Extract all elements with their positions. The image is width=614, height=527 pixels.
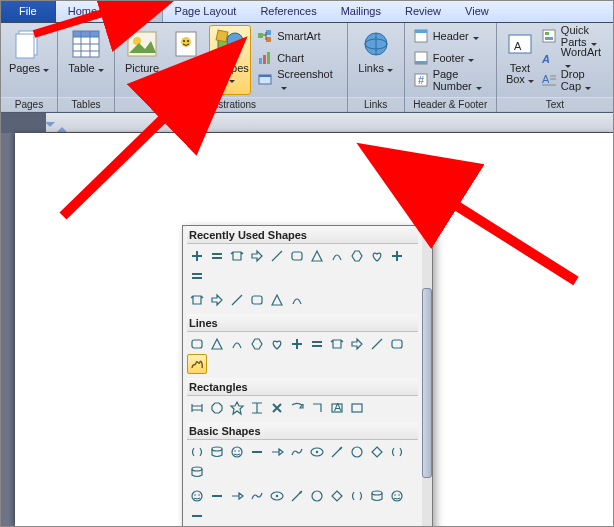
shape-item[interactable] (227, 246, 247, 266)
shape-item[interactable] (267, 442, 287, 462)
shape-item[interactable] (307, 246, 327, 266)
pages-button[interactable]: Pages (7, 25, 51, 95)
shape-item[interactable] (187, 506, 207, 526)
shape-item[interactable] (227, 486, 247, 506)
tab-mailings[interactable]: Mailings (329, 1, 393, 22)
shape-item[interactable] (287, 246, 307, 266)
horizontal-ruler[interactable] (1, 113, 613, 133)
group-tables: Table Tables (58, 23, 115, 112)
tab-references[interactable]: References (248, 1, 328, 22)
shape-item[interactable] (327, 246, 347, 266)
shape-item[interactable] (387, 442, 407, 462)
shape-item[interactable] (207, 246, 227, 266)
shape-item[interactable] (367, 442, 387, 462)
tab-review[interactable]: Review (393, 1, 453, 22)
shape-item[interactable] (327, 486, 347, 506)
footer-button[interactable]: Footer (411, 47, 490, 69)
shape-item[interactable] (187, 486, 207, 506)
shape-item[interactable]: A (327, 398, 347, 418)
shape-item[interactable] (227, 334, 247, 354)
gallery-section-header: Recently Used Shapes (187, 226, 418, 244)
shape-item[interactable] (187, 290, 207, 310)
shape-item[interactable] (267, 290, 287, 310)
shape-item[interactable] (307, 442, 327, 462)
quickparts-button[interactable]: Quick Parts (539, 25, 607, 47)
shape-item[interactable] (187, 246, 207, 266)
shape-item[interactable] (267, 246, 287, 266)
shape-item[interactable] (227, 398, 247, 418)
shape-item[interactable] (247, 290, 267, 310)
svg-point-16 (227, 33, 243, 49)
shape-item[interactable] (187, 462, 207, 482)
shape-item[interactable] (187, 398, 207, 418)
shape-item[interactable] (207, 442, 227, 462)
shape-item[interactable] (207, 486, 227, 506)
scrollbar-thumb[interactable] (422, 288, 432, 478)
tab-home[interactable]: Home (56, 1, 109, 22)
shape-item[interactable] (287, 334, 307, 354)
shape-item[interactable] (267, 486, 287, 506)
shape-item[interactable] (287, 486, 307, 506)
shape-item[interactable] (207, 334, 227, 354)
shape-item[interactable] (327, 334, 347, 354)
links-button[interactable]: Links (354, 25, 398, 95)
shape-item[interactable] (347, 398, 367, 418)
shape-item[interactable] (347, 246, 367, 266)
wordart-button[interactable]: A WordArt (539, 47, 607, 69)
shape-item[interactable] (387, 246, 407, 266)
screenshot-button[interactable]: Screenshot (255, 69, 341, 91)
shape-item[interactable] (247, 334, 267, 354)
wordart-icon: A (541, 50, 557, 66)
shape-item[interactable] (287, 398, 307, 418)
file-tab[interactable]: File (1, 1, 56, 22)
shape-item[interactable] (307, 334, 327, 354)
shape-item[interactable] (247, 442, 267, 462)
shape-item[interactable] (287, 290, 307, 310)
header-label: Header (433, 30, 479, 42)
shape-item-scribble[interactable] (187, 354, 207, 374)
dropcap-button[interactable]: A Drop Cap (539, 69, 607, 91)
shapes-button[interactable]: Shapes (209, 25, 251, 95)
shape-item[interactable] (387, 486, 407, 506)
table-button[interactable]: Table (64, 25, 108, 95)
shape-item[interactable] (187, 334, 207, 354)
shape-item[interactable] (267, 398, 287, 418)
indent-marker-icon[interactable] (57, 122, 67, 132)
chart-button[interactable]: Chart (255, 47, 341, 69)
shape-item[interactable] (247, 246, 267, 266)
pagenumber-button[interactable]: # Page Number (411, 69, 490, 91)
shape-item[interactable] (367, 246, 387, 266)
shape-item[interactable] (347, 486, 367, 506)
shape-item[interactable] (367, 334, 387, 354)
picture-button[interactable]: Picture (121, 25, 163, 95)
header-button[interactable]: Header (411, 25, 490, 47)
shape-item[interactable] (227, 442, 247, 462)
shape-item[interactable] (187, 266, 207, 286)
shape-item[interactable] (187, 442, 207, 462)
pagenumber-icon: # (413, 72, 429, 88)
shape-item[interactable] (287, 442, 307, 462)
indent-marker-icon[interactable] (45, 122, 55, 132)
clipart-button[interactable]: Clip Art (165, 25, 207, 95)
shape-item[interactable] (207, 398, 227, 418)
shape-item[interactable] (247, 486, 267, 506)
shape-item[interactable] (207, 290, 227, 310)
textbox-button[interactable]: A Text Box (503, 25, 537, 95)
shape-item[interactable] (307, 486, 327, 506)
gallery-scrollbar[interactable] (422, 226, 432, 527)
shape-item[interactable] (267, 334, 287, 354)
shape-item[interactable] (367, 486, 387, 506)
shape-item[interactable] (347, 442, 367, 462)
svg-point-58 (238, 450, 240, 452)
tab-insert[interactable]: Insert (109, 1, 163, 22)
smartart-button[interactable]: SmartArt (255, 25, 341, 47)
shape-item[interactable] (347, 334, 367, 354)
shape-item[interactable] (387, 334, 407, 354)
tab-view[interactable]: View (453, 1, 501, 22)
shape-item[interactable] (227, 290, 247, 310)
shape-item[interactable] (247, 398, 267, 418)
shapes-gallery: Recently Used ShapesLinesRectanglesABasi… (182, 225, 433, 527)
shape-item[interactable] (327, 442, 347, 462)
tab-page-layout[interactable]: Page Layout (163, 1, 249, 22)
shape-item[interactable] (307, 398, 327, 418)
